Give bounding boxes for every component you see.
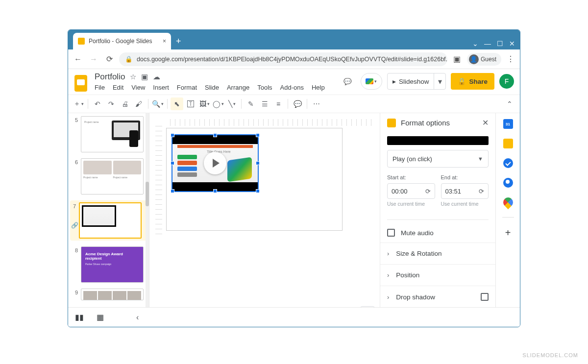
reading-list-icon[interactable]: ▣ (451, 53, 463, 65)
maximize-icon[interactable]: ☐ (497, 40, 503, 48)
slideshow-button[interactable]: ▸Slideshow ▾ (387, 73, 446, 90)
slide-canvas[interactable]: Title Goes Here (166, 128, 343, 231)
contacts-icon[interactable] (503, 178, 513, 188)
start-time-input[interactable]: 00:00 ⟳ (387, 183, 435, 199)
menu-format[interactable]: Format (177, 84, 197, 91)
panel-close-icon[interactable]: ✕ (482, 118, 489, 127)
minimize-icon[interactable]: — (484, 40, 491, 48)
reset-button[interactable]: ≡ (272, 97, 285, 110)
url-bar[interactable]: 🔒 docs.google.com/presentation/d/1KBPElo… (119, 52, 447, 66)
video-element[interactable]: Title Goes Here (172, 134, 259, 192)
share-button[interactable]: 🔒 Share (451, 73, 494, 90)
resize-handle[interactable] (256, 133, 260, 137)
document-title[interactable]: Portfolio (95, 72, 125, 82)
end-time-input[interactable]: 03:51 ⟳ (441, 183, 489, 199)
resize-handle[interactable] (171, 161, 174, 165)
paint-format-button[interactable]: 🖌 (132, 97, 145, 110)
resize-handle[interactable] (213, 189, 217, 193)
window-controls: ⌄ — ☐ ✕ (467, 38, 520, 49)
reload-button[interactable]: ⟳ (103, 53, 115, 65)
resize-handle[interactable] (256, 189, 260, 193)
tasks-icon[interactable] (503, 158, 513, 168)
profile-button[interactable]: 👤 Guest (467, 53, 501, 66)
reset-start-icon[interactable]: ⟳ (425, 188, 431, 195)
print-button[interactable]: 🖨 (119, 97, 131, 110)
use-current-end[interactable]: Use current time (441, 201, 489, 207)
more-button[interactable]: ⋯ (310, 97, 323, 110)
side-panel-rail: + › (495, 113, 520, 326)
menu-help[interactable]: Help (312, 84, 325, 91)
resize-handle[interactable] (171, 133, 174, 137)
slideshow-dropdown[interactable]: ▾ (434, 73, 445, 89)
filmstrip: 5 Project name 6 Project nameProject nam… (68, 113, 149, 326)
play-icon[interactable] (204, 152, 226, 174)
mask-button[interactable]: ☰ (258, 97, 271, 110)
user-avatar[interactable]: F (499, 74, 514, 89)
slide-thumb-9[interactable]: 9 (72, 289, 147, 300)
close-window-icon[interactable]: ✕ (509, 40, 515, 48)
line-tool[interactable]: ╲ (225, 97, 238, 110)
menu-insert[interactable]: Insert (153, 84, 169, 91)
menu-view[interactable]: View (131, 84, 145, 91)
slide-thumb-7[interactable]: 7 🔗 (70, 200, 147, 241)
keep-icon[interactable] (503, 139, 513, 148)
play-mode-dropdown[interactable]: Play (on click) ▼ (387, 150, 489, 168)
filmstrip-scrollbar[interactable] (146, 113, 149, 326)
section-drop-shadow[interactable]: › Drop shadow (380, 286, 495, 308)
menu-tools[interactable]: Tools (257, 84, 272, 91)
mute-audio-checkbox[interactable]: Mute audio (380, 223, 495, 243)
menu-edit[interactable]: Edit (113, 84, 123, 91)
comment-button[interactable]: 💬 (291, 97, 304, 110)
browser-tab[interactable]: Portfolio - Google Slides × (73, 33, 171, 49)
redo-button[interactable]: ↷ (105, 97, 118, 110)
new-tab-button[interactable]: + (176, 36, 181, 47)
workspace: 5 Project name 6 Project nameProject nam… (68, 113, 520, 326)
maps-icon[interactable] (501, 195, 514, 209)
slides-logo[interactable] (72, 72, 90, 95)
undo-button[interactable]: ↶ (91, 97, 104, 110)
textbox-tool[interactable]: 🅃 (184, 97, 197, 110)
resize-handle[interactable] (213, 133, 217, 137)
new-slide-button[interactable]: ＋ (72, 97, 85, 110)
collapse-filmstrip-icon[interactable]: ‹ (136, 313, 139, 322)
slide-thumb-5[interactable]: 5 Project name (72, 116, 147, 152)
cloud-icon[interactable]: ☁ (153, 73, 160, 81)
menu-addons[interactable]: Add-ons (280, 84, 304, 91)
meet-button[interactable]: ▾ (361, 73, 382, 90)
lock-icon: 🔒 (458, 77, 466, 85)
zoom-button[interactable]: 🔍 (151, 97, 164, 110)
move-icon[interactable]: ▣ (141, 73, 148, 81)
comments-icon[interactable]: 💬 (340, 73, 356, 89)
back-button[interactable]: ← (72, 53, 84, 65)
tab-close-icon[interactable]: × (163, 38, 166, 45)
chevron-down-icon[interactable]: ⌄ (472, 40, 478, 48)
image-tool[interactable]: 🖼 (198, 97, 211, 110)
menu-arrange[interactable]: Arrange (227, 84, 249, 91)
resize-handle[interactable] (256, 161, 260, 165)
reset-end-icon[interactable]: ⟳ (479, 188, 484, 195)
forward-button[interactable]: → (88, 53, 99, 65)
menu-slide[interactable]: Slide (205, 84, 219, 91)
use-current-start[interactable]: Use current time (387, 201, 435, 207)
add-addon-icon[interactable]: + (505, 227, 511, 239)
select-tool[interactable]: ⬉ (171, 97, 183, 110)
section-position[interactable]: › Position (380, 264, 495, 286)
browser-menu-icon[interactable]: ⋮ (505, 54, 516, 64)
section-size-rotation[interactable]: › Size & Rotation (380, 243, 495, 264)
play-icon: ▸ (392, 77, 396, 85)
slide-thumb-6[interactable]: 6 Project nameProject name (72, 158, 147, 194)
resize-handle[interactable] (171, 189, 174, 193)
slides-favicon (78, 38, 85, 45)
slide-thumb-8[interactable]: 8 Acme Design Award recipientParker Shoe… (72, 246, 147, 283)
collapse-toolbar-icon[interactable]: ⌃ (503, 97, 516, 110)
guest-label: Guest (481, 56, 496, 63)
crop-button[interactable]: ✎ (245, 97, 257, 110)
lock-icon: 🔒 (125, 55, 133, 63)
star-icon[interactable]: ☆ (130, 73, 136, 81)
calendar-icon[interactable] (503, 119, 513, 129)
menu-file[interactable]: File (95, 84, 105, 91)
shape-tool[interactable]: ◯ (212, 97, 224, 110)
url-text: docs.google.com/presentation/d/1KBPEloaj… (137, 56, 447, 63)
grid-view-icon[interactable]: ▦ (97, 313, 104, 322)
filmstrip-view-icon[interactable]: ▮▮ (75, 313, 84, 322)
